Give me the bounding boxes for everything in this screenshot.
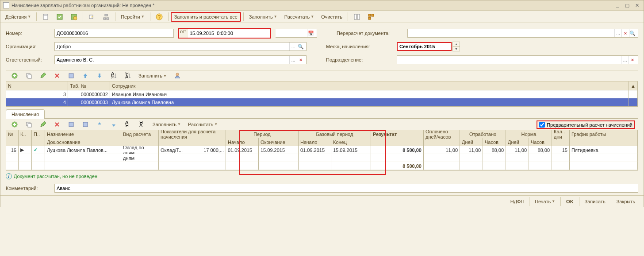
add-icon[interactable] — [8, 120, 21, 129]
table-row[interactable]: 16▶✔Луцкова Люмила Павлов...Оклад по дня… — [6, 146, 638, 154]
precalc-checkbox[interactable]: Предварительный расчет начислений — [537, 120, 635, 129]
settings-icon[interactable] — [364, 12, 378, 22]
edit-icon[interactable] — [36, 120, 50, 129]
col-nhours[interactable]: Часов — [529, 138, 552, 146]
copy-icon[interactable] — [22, 71, 35, 81]
col-assignment[interactable]: Назначение — [45, 130, 121, 138]
col-tab[interactable]: Таб. № — [68, 81, 110, 90]
col-caldays[interactable]: Кал.. дни — [552, 130, 570, 138]
col-bperiod[interactable]: Базовый период — [299, 130, 371, 138]
col-indicators[interactable]: Показатели для расчета начисления — [159, 130, 226, 138]
open-icon[interactable]: 🔍 — [297, 43, 304, 50]
col-result[interactable]: Результат — [371, 130, 424, 138]
month-spinner[interactable]: ▲▼ — [452, 42, 460, 51]
table-row[interactable]: 40000000033Луцкова Люмила Павловна — [6, 98, 638, 106]
col-period[interactable]: Период — [226, 130, 299, 138]
org-input[interactable]: ...🔍 — [54, 42, 307, 51]
select-icon[interactable]: ... — [621, 56, 629, 64]
precalc-check[interactable] — [539, 122, 545, 128]
resp-input[interactable]: ...× — [54, 55, 307, 64]
fill-calc-all-button[interactable]: Заполнить и рассчитать все — [171, 12, 241, 22]
clear-button[interactable]: Очистить — [318, 12, 345, 22]
movements-icon[interactable] — [85, 12, 99, 22]
col-calc-type[interactable]: Вид расчета — [121, 130, 159, 138]
post-icon[interactable] — [53, 12, 66, 22]
col-paid[interactable]: Оплачено дней/часов — [424, 130, 460, 138]
table-row[interactable]: 30000000032Иванцов Иван Иванович — [6, 90, 638, 98]
table-row[interactable]: дням — [6, 154, 638, 162]
fill-button[interactable]: Заполнить▼ — [135, 71, 170, 81]
ndfl-button[interactable]: НДФЛ — [507, 197, 527, 206]
calc-button[interactable]: Рассчитать▼ — [185, 120, 221, 129]
col-employee[interactable]: Сотрудник — [110, 81, 629, 90]
col-norm[interactable]: Норма — [506, 130, 552, 138]
print-button[interactable]: Печать▼ — [532, 197, 558, 206]
col-end[interactable]: Окончание — [259, 138, 299, 146]
date-input[interactable] — [188, 29, 270, 38]
comment-input[interactable] — [54, 184, 638, 193]
refresh-icon[interactable] — [65, 71, 78, 81]
close-button[interactable]: ✕ — [633, 3, 641, 8]
open-icon[interactable]: 🔍 — [629, 29, 636, 37]
clear-icon[interactable]: × — [629, 56, 636, 64]
sort-asc-icon[interactable]: AЯ — [107, 71, 120, 81]
down-icon[interactable] — [93, 71, 106, 81]
layout-icon[interactable] — [350, 12, 364, 22]
tab-accruals[interactable]: Начисления — [6, 109, 45, 119]
up-icon[interactable] — [79, 71, 92, 81]
col-bstart[interactable]: Начало — [299, 138, 331, 146]
refresh-icon[interactable] — [79, 120, 92, 129]
help-icon[interactable]: ? — [153, 12, 166, 22]
add-icon[interactable] — [8, 71, 21, 81]
col-ndays[interactable]: Дней — [506, 138, 529, 146]
clear-icon[interactable]: × — [297, 56, 304, 64]
recalc-input[interactable]: ...×🔍 — [407, 29, 638, 38]
minimize-button[interactable]: _ — [613, 3, 621, 8]
new-icon[interactable] — [39, 12, 52, 22]
date-picker[interactable]: 📅 — [276, 29, 317, 38]
col-bend[interactable]: Конец — [331, 138, 371, 146]
scroll-up-icon[interactable]: ▲ — [629, 81, 638, 90]
month-input[interactable] — [397, 42, 452, 51]
sort-asc-icon[interactable]: AЯ — [121, 120, 134, 129]
copy-icon[interactable] — [22, 120, 35, 129]
sort-desc-icon[interactable]: ЯA — [121, 71, 134, 81]
fill-button[interactable]: Заполнить▼ — [246, 12, 280, 22]
sort-desc-icon[interactable]: ЯA — [135, 120, 149, 129]
col-schedule[interactable]: График работы — [570, 130, 638, 138]
number-input[interactable] — [54, 29, 174, 38]
spin-up-icon[interactable]: ▲ — [453, 42, 460, 47]
save-icon[interactable] — [65, 120, 78, 129]
edit-icon[interactable] — [36, 71, 50, 81]
person-icon[interactable] — [171, 71, 184, 81]
delete-icon[interactable] — [50, 71, 64, 81]
dept-input[interactable]: ...× — [397, 55, 638, 64]
col-docbase[interactable]: Док.основание — [45, 138, 121, 146]
calendar-icon[interactable]: 📅 — [307, 29, 315, 37]
col-worked[interactable]: Отработано — [460, 130, 506, 138]
col-p[interactable]: П.. — [32, 130, 45, 138]
goto-button[interactable]: Перейти▼ — [118, 12, 148, 22]
fill-button[interactable]: Заполнить▼ — [150, 120, 184, 129]
col-start[interactable]: Начало — [226, 138, 259, 146]
ok-button[interactable]: OK — [563, 197, 577, 206]
repost-icon[interactable] — [67, 12, 80, 22]
clear-icon[interactable]: × — [621, 29, 629, 37]
spin-down-icon[interactable]: ▼ — [453, 47, 460, 51]
close-button[interactable]: Закрыть — [613, 197, 638, 206]
select-icon[interactable]: ... — [289, 43, 297, 50]
restore-button[interactable]: ▢ — [623, 3, 631, 8]
col-n[interactable]: № — [6, 130, 19, 138]
actions-button[interactable]: Действия▼ — [2, 12, 34, 22]
col-n[interactable]: N — [6, 81, 68, 90]
save-button[interactable]: Записать — [582, 197, 609, 206]
down-icon[interactable] — [107, 120, 120, 129]
calc-button[interactable]: Рассчитать▼ — [281, 12, 317, 22]
structure-icon[interactable] — [100, 12, 113, 22]
col-k[interactable]: К.. — [19, 130, 32, 138]
col-hours[interactable]: Часов — [483, 138, 506, 146]
select-icon[interactable]: ... — [614, 29, 621, 37]
col-days[interactable]: Дней — [460, 138, 483, 146]
delete-icon[interactable] — [50, 120, 64, 129]
up-icon[interactable] — [93, 120, 106, 129]
